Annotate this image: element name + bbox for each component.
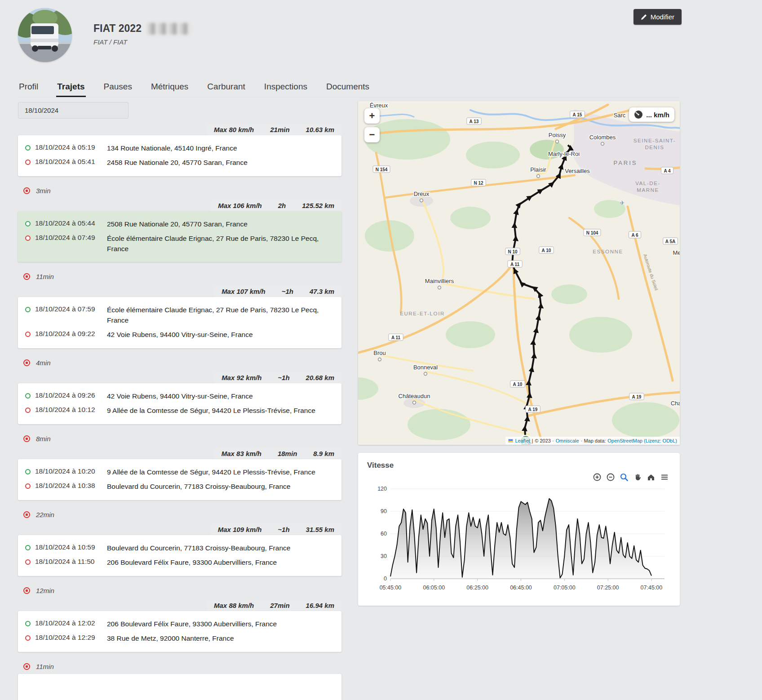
map-speed-control[interactable]: ... km/h [629,107,674,122]
next-trip-card-partial[interactable] [18,674,341,700]
trip-duration: ~1h [278,526,289,533]
svg-text:A 11: A 11 [391,335,401,340]
trip-start-icon [25,545,31,550]
trip-summary: Max 107 km/h ~1h 47.3 km [214,286,341,297]
trip-max-speed: Max 109 km/h [218,526,262,533]
trip-summary: Max 83 km/h 18min 8.9 km [214,448,341,459]
attribution-copyright: © 2023 · [535,438,554,443]
trip-block: Max 92 km/h ~1h 20.68 km 18/10/2024 à 09… [18,372,341,424]
map-label-city: Sarc [614,112,626,119]
date-filter-input[interactable] [18,102,128,119]
road-shield: A 4 [661,167,673,174]
box-zoom-icon[interactable] [620,473,629,482]
tab-inspections[interactable]: Inspections [263,80,308,97]
zoom-in-button[interactable]: + [364,108,380,124]
pause-row: 11min [23,273,341,280]
map-label-region: MARNE [637,187,659,193]
route-map[interactable]: ÉvreuxSarcPoissyColombesSEINE-SAINT-DENI… [358,101,680,445]
map-label-region-big: PARIS [613,159,637,166]
home-icon[interactable] [647,473,656,482]
map-canvas[interactable]: ÉvreuxSarcPoissyColombesSEINE-SAINT-DENI… [358,101,680,445]
pause-row: 11min [23,663,341,670]
vehicle-avatar [18,8,72,62]
pause-stop-icon [23,435,30,442]
trip-duration: ~1h [278,374,289,381]
pause-stop-icon [23,587,30,594]
tab-carburant[interactable]: Carburant [206,80,246,97]
chart-toolbar [367,473,669,482]
trip-start-datetime: 18/10/2024 à 09:26 [35,391,102,399]
svg-text:07:45:00: 07:45:00 [641,585,663,591]
trip-start-icon [25,393,31,399]
tab-trajets[interactable]: Trajets [56,80,85,97]
trip-card[interactable]: 18/10/2024 à 05:19 134 Route Nationale, … [18,135,341,176]
trip-card[interactable]: 18/10/2024 à 09:26 42 Voie Rubens, 94400… [18,383,341,424]
trip-start-icon [25,469,31,474]
trip-distance: 20.68 km [306,374,334,381]
menu-icon[interactable] [660,473,669,482]
trip-card[interactable]: 18/10/2024 à 07:59 École élémentaire Cla… [18,297,341,348]
zoom-out-button[interactable]: − [364,127,380,142]
modify-button[interactable]: Modifier [634,9,682,25]
pan-icon[interactable] [633,473,642,482]
trip-end-datetime: 18/10/2024 à 05:41 [35,158,102,166]
pause-duration: 11min [36,273,54,280]
trip-end-icon [25,159,31,165]
page-title: FIAT 2022 [93,22,142,35]
trip-start-row: 18/10/2024 à 10:20 9 Allée de la Comtess… [18,465,341,479]
svg-text:07:25:00: 07:25:00 [597,585,619,591]
road-shield: A 10 [510,381,525,387]
tab-profil[interactable]: Profil [18,80,39,97]
trip-end-icon [25,483,31,489]
leaflet-link[interactable]: Leaflet [515,438,530,443]
road-shield: A 5A [663,238,678,244]
trip-duration: 27min [270,602,289,609]
speed-area [390,499,651,579]
trip-summary: Max 92 km/h ~1h 20.68 km [214,372,341,383]
trip-duration: 21min [270,126,289,133]
trip-end-row: 18/10/2024 à 11:50 206 Boulevard Félix F… [18,555,341,570]
trip-distance: 16.94 km [306,602,334,609]
svg-text:A 6: A 6 [631,233,638,238]
trip-card[interactable]: 18/10/2024 à 10:20 9 Allée de la Comtess… [18,459,341,500]
pause-duration: 11min [36,663,54,670]
pause-row: 8min [23,435,341,443]
zoom-out-icon[interactable] [606,473,615,482]
speed-chart[interactable]: 030609012005:45:0006:05:0006:25:0006:45:… [367,483,671,594]
flag-icon [508,439,513,443]
trip-card[interactable]: 18/10/2024 à 05:44 2508 Rue Nationale 20… [18,211,341,262]
svg-text:60: 60 [381,531,387,537]
pause-duration: 22min [36,511,54,518]
modify-button-label: Modifier [651,13,674,21]
trip-max-speed: Max 106 km/h [218,202,262,209]
tab-métriques[interactable]: Métriques [150,80,189,97]
trip-max-speed: Max 83 km/h [222,450,261,457]
trip-end-datetime: 18/10/2024 à 11:50 [35,558,102,566]
map-label-city: Versailles [565,168,590,174]
trip-end-row: 18/10/2024 à 05:41 2458 Rue Nationale 20… [18,155,341,170]
osm-link[interactable]: OpenStreetMap (Lizenz: ODbL) [607,438,677,443]
tab-documents[interactable]: Documents [325,80,370,97]
svg-text:A 11: A 11 [510,262,520,267]
trip-card[interactable]: 18/10/2024 à 10:59 Boulevard du Courceri… [18,535,341,576]
license-plate-blurred [148,23,191,35]
svg-text:N 12: N 12 [474,181,483,186]
trip-distance: 47.3 km [310,288,334,295]
svg-text:A 19: A 19 [528,407,538,412]
trip-block: Max 109 km/h ~1h 31.55 km 18/10/2024 à 1… [18,524,341,576]
trip-start-address: Boulevard du Courcerin, 77183 Croissy-Be… [107,543,334,553]
trip-card[interactable]: 18/10/2024 à 12:02 206 Boulevard Félix F… [18,611,341,652]
trip-end-row: 18/10/2024 à 12:29 38 Rue de Metz, 92000… [18,631,341,646]
svg-text:A 4: A 4 [664,168,671,173]
trip-distance: 125.52 km [302,202,334,209]
vehicle-photo [18,8,72,62]
map-label-region: EURE-ET-LOIR [400,311,445,316]
trip-start-datetime: 18/10/2024 à 10:20 [35,467,102,475]
road-shield: N 12 [471,179,486,186]
zoom-in-icon[interactable] [593,473,602,482]
map-label-city: Évreux [370,102,388,109]
tab-pauses[interactable]: Pauses [103,80,133,97]
trip-max-speed: Max 80 km/h [214,126,254,133]
omniscale-link[interactable]: Omniscale [556,438,579,443]
road-shield: A 6 [629,231,641,238]
